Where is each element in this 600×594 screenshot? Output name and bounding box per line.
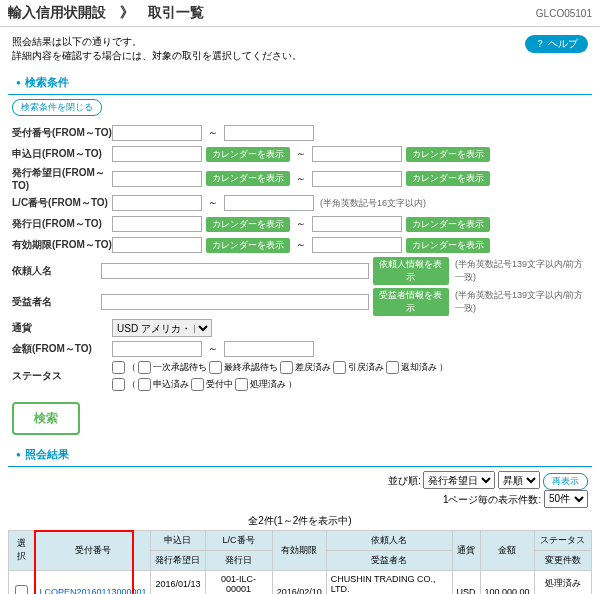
th-amount: 金額 — [480, 530, 534, 570]
per-page-label: 1ページ毎の表示件数: — [443, 493, 541, 504]
status-checkbox[interactable] — [386, 361, 399, 374]
th-beneficiary: 受益者名 — [326, 550, 452, 570]
th-status: ステータス — [534, 530, 591, 550]
expiry-from[interactable] — [112, 237, 202, 253]
close-search-button[interactable]: 検索条件を閉じる — [12, 99, 102, 116]
beneficiary-input[interactable] — [101, 294, 369, 310]
calendar-button[interactable]: カレンダーを表示 — [406, 147, 490, 162]
status-checkbox[interactable] — [235, 378, 248, 391]
screen-code: GLCO05101 — [536, 8, 592, 19]
hint-lc: (半角英数記号16文字以内) — [320, 197, 426, 210]
status-checkbox-all[interactable] — [112, 361, 125, 374]
label-expiry: 有効期限(FROM～TO) — [12, 238, 112, 252]
th-currency: 通貨 — [452, 530, 480, 570]
page-header: 輸入信用状開設 》 取引一覧 GLCO05101 — [0, 0, 600, 27]
calendar-button[interactable]: カレンダーを表示 — [206, 147, 290, 162]
calendar-button[interactable]: カレンダーを表示 — [406, 171, 490, 186]
status-checkbox[interactable] — [138, 361, 151, 374]
th-select: 選択 — [9, 530, 35, 570]
hint-applicant: (半角英数記号139文字以内/前方一致) — [455, 258, 588, 284]
result-section-title: 照会結果 — [8, 443, 592, 467]
th-applicant: 依頼人名 — [326, 530, 452, 550]
result-count: 全2件(1～2件を表示中) — [0, 512, 600, 530]
status-checkbox-all2[interactable] — [112, 378, 125, 391]
status-checkbox[interactable] — [280, 361, 293, 374]
lc-no-to[interactable] — [224, 195, 314, 211]
label-beneficiary: 受益者名 — [12, 295, 101, 309]
currency-select[interactable]: USD アメリカ・ドル — [112, 319, 212, 337]
per-page-select[interactable]: 50件 — [544, 490, 588, 508]
search-button[interactable]: 検索 — [12, 402, 80, 435]
issue-wish-to[interactable] — [312, 171, 402, 187]
page-title: 輸入信用状開設 》 取引一覧 — [8, 4, 536, 22]
result-controls: 並び順: 発行希望日 昇順 再表示 1ページ毎の表示件数: 50件 — [0, 467, 600, 512]
label-issue-wish: 発行希望日(FROM～TO) — [12, 166, 112, 191]
label-issue-date: 発行日(FROM～TO) — [12, 217, 112, 231]
th-issue-date: 発行日 — [205, 550, 272, 570]
status-checkbox[interactable] — [191, 378, 204, 391]
label-status: ステータス — [12, 369, 112, 383]
label-currency: 通貨 — [12, 321, 112, 335]
th-expiry: 有効期限 — [272, 530, 326, 570]
th-lc-no: L/C番号 — [205, 530, 272, 550]
label-lc-no: L/C番号(FROM～TO) — [12, 196, 112, 210]
expiry-to[interactable] — [312, 237, 402, 253]
label-applicant: 依頼人名 — [12, 264, 101, 278]
apply-date-to[interactable] — [312, 146, 402, 162]
label-amount: 金額(FROM～TO) — [12, 342, 112, 356]
subheader: 照会結果は以下の通りです。 詳細内容を確認する場合には、対象の取引を選択してくだ… — [0, 27, 600, 71]
issue-date-to[interactable] — [312, 216, 402, 232]
status-checkbox[interactable] — [209, 361, 222, 374]
applicant-input[interactable] — [101, 263, 369, 279]
th-change-count: 変更件数 — [534, 550, 591, 570]
lc-no-from[interactable] — [112, 195, 202, 211]
search-form: 受付番号(FROM～TO)～ 申込日(FROM～TO)カレンダーを表示～カレンダ… — [0, 120, 600, 443]
sort-order-select[interactable]: 昇順 — [498, 471, 540, 489]
applicant-info-button[interactable]: 依頼人情報を表示 — [373, 257, 449, 285]
table-row: LCOPEN20160113000001 2016/01/13 001-ILC-… — [9, 570, 592, 594]
label-apply-date: 申込日(FROM～TO) — [12, 147, 112, 161]
redraw-button[interactable]: 再表示 — [543, 473, 588, 490]
calendar-button[interactable]: カレンダーを表示 — [206, 217, 290, 232]
instruction-text: 照会結果は以下の通りです。 詳細内容を確認する場合には、対象の取引を選択してくだ… — [12, 35, 302, 63]
th-issue-wish: 発行希望日 — [151, 550, 205, 570]
search-section-title: 検索条件 — [8, 71, 592, 95]
status-checkbox[interactable] — [333, 361, 346, 374]
issue-wish-from[interactable] — [112, 171, 202, 187]
th-apply-date: 申込日 — [151, 530, 205, 550]
result-table: 選択 受付番号 申込日 L/C番号 有効期限 依頼人名 通貨 金額 ステータス … — [8, 530, 592, 595]
label-ref-no: 受付番号(FROM～TO) — [12, 126, 112, 140]
amount-to[interactable] — [224, 341, 314, 357]
apply-date-from[interactable] — [112, 146, 202, 162]
th-ref-no: 受付番号 — [35, 530, 151, 570]
ref-no-link[interactable]: LCOPEN20160113000001 — [39, 587, 146, 594]
sort-field-select[interactable]: 発行希望日 — [423, 471, 495, 489]
status-checkbox[interactable] — [138, 378, 151, 391]
calendar-button[interactable]: カレンダーを表示 — [406, 217, 490, 232]
ref-no-to[interactable] — [224, 125, 314, 141]
issue-date-from[interactable] — [112, 216, 202, 232]
hint-beneficiary: (半角英数記号139文字以内/前方一致) — [455, 289, 588, 315]
help-button[interactable]: ？ ヘルプ — [525, 35, 588, 53]
calendar-button[interactable]: カレンダーを表示 — [206, 171, 290, 186]
instruction-line2: 詳細内容を確認する場合には、対象の取引を選択してください。 — [12, 49, 302, 63]
sort-label: 並び順: — [388, 475, 421, 486]
calendar-button[interactable]: カレンダーを表示 — [206, 238, 290, 253]
calendar-button[interactable]: カレンダーを表示 — [406, 238, 490, 253]
amount-from[interactable] — [112, 341, 202, 357]
beneficiary-info-button[interactable]: 受益者情報を表示 — [373, 288, 449, 316]
instruction-line1: 照会結果は以下の通りです。 — [12, 35, 302, 49]
ref-no-from[interactable] — [112, 125, 202, 141]
row-select-checkbox[interactable] — [15, 585, 28, 595]
